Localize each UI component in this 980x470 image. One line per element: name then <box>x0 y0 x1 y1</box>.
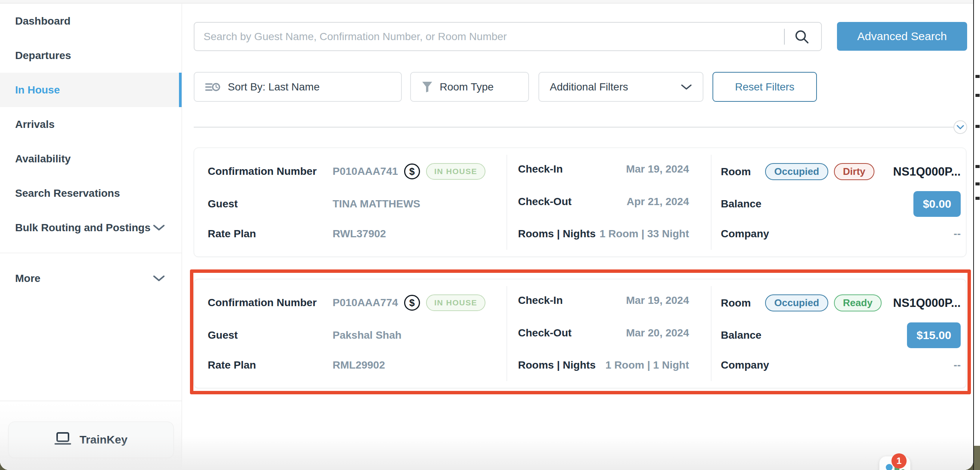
company-value: -- <box>953 228 961 240</box>
reservation-card[interactable]: Confirmation Number P010AAA741 $ IN HOUS… <box>194 148 966 257</box>
check-out-value: Apr 21, 2024 <box>627 196 689 208</box>
trainkey-button[interactable]: TrainKey <box>8 422 174 458</box>
advanced-search-button[interactable]: Advanced Search <box>837 22 967 51</box>
check-in-value: Mar 19, 2024 <box>626 295 689 306</box>
sidebar-item-label: Arrivals <box>15 118 54 131</box>
additional-filters-button[interactable]: Additional Filters <box>538 72 703 102</box>
occupied-badge: Occupied <box>765 295 828 311</box>
background-window-sliver <box>973 0 980 470</box>
room-label: Room <box>721 166 751 178</box>
sidebar-item-more[interactable]: More <box>0 261 181 296</box>
card-dates-section: Check-In Mar 19, 2024 Check-Out Mar 20, … <box>507 279 711 388</box>
sidebar-item-dashboard[interactable]: Dashboard <box>0 4 181 38</box>
search-box <box>194 22 822 51</box>
sidebar-footer: TrainKey <box>0 401 181 470</box>
reservation-card-highlighted[interactable]: Confirmation Number P010AAA774 $ IN HOUS… <box>194 279 966 388</box>
sidebar-item-departures[interactable]: Departures <box>0 38 181 73</box>
card-guest-section: Confirmation Number P010AAA741 $ IN HOUS… <box>194 148 507 257</box>
guest-value: Pakshal Shah <box>332 329 401 341</box>
additional-filters-label: Additional Filters <box>550 81 628 93</box>
search-separator <box>784 29 785 45</box>
check-out-label: Check-Out <box>518 196 572 208</box>
search-icon[interactable] <box>794 29 821 45</box>
notification-badge[interactable]: 1 <box>891 453 907 468</box>
sidebar-item-label: Bulk Routing and Postings <box>15 222 151 234</box>
sort-icon <box>205 81 221 93</box>
sidebar: Dashboard Departures In House Arrivals A… <box>0 4 182 470</box>
guest-label: Guest <box>208 329 332 341</box>
check-in-label: Check-In <box>518 163 563 175</box>
card-dates-section: Check-In Mar 19, 2024 Check-Out Apr 21, … <box>507 148 711 257</box>
sidebar-item-availability[interactable]: Availability <box>0 142 181 176</box>
balance-button[interactable]: $15.00 <box>907 322 961 348</box>
search-input[interactable] <box>194 23 784 50</box>
ready-badge: Ready <box>834 295 881 311</box>
balance-label: Balance <box>721 198 761 210</box>
sidebar-divider <box>0 253 181 253</box>
room-number-value: NS1Q000P... <box>893 165 961 178</box>
balance-button[interactable]: $0.00 <box>913 191 961 217</box>
confirmation-number-value: P010AAA774 <box>332 297 398 309</box>
dollar-icon[interactable]: $ <box>404 295 420 311</box>
window-top-strip <box>0 0 973 3</box>
reset-filters-button[interactable]: Reset Filters <box>713 72 817 102</box>
company-value: -- <box>953 359 961 371</box>
sidebar-item-label: In House <box>15 84 60 96</box>
list-divider <box>194 127 953 127</box>
chevron-down-icon <box>681 81 692 93</box>
confirmation-number-label: Confirmation Number <box>208 166 332 177</box>
sidebar-item-search-reservations[interactable]: Search Reservations <box>0 176 181 210</box>
guest-value: TINA MATTHEWS <box>332 198 420 210</box>
collapse-chevron-button[interactable] <box>953 120 967 134</box>
confirmation-number-label: Confirmation Number <box>208 297 332 309</box>
room-number-value: NS1Q000P... <box>893 296 961 310</box>
occupied-badge: Occupied <box>765 163 828 180</box>
rooms-nights-label: Rooms | Nights <box>518 359 595 371</box>
dirty-badge: Dirty <box>834 163 875 180</box>
chevron-down-icon <box>153 272 165 285</box>
sort-by-label: Sort By: Last Name <box>228 81 320 93</box>
rooms-nights-label: Rooms | Nights <box>518 228 595 240</box>
rooms-nights-value: 1 Room | 33 Night <box>599 228 689 240</box>
rate-plan-label: Rate Plan <box>208 359 332 371</box>
filter-funnel-icon <box>422 81 433 93</box>
sidebar-item-label: Availability <box>15 153 71 165</box>
rooms-nights-value: 1 Room | 1 Night <box>605 359 689 371</box>
room-label: Room <box>721 297 751 309</box>
guest-label: Guest <box>208 198 332 210</box>
room-type-button[interactable]: Room Type <box>410 72 529 102</box>
app-window: Dashboard Departures In House Arrivals A… <box>0 0 973 470</box>
card-room-section: Room Occupied Ready NS1Q000P... Balance … <box>711 279 967 388</box>
rate-plan-value: RML29902 <box>332 359 385 371</box>
sidebar-item-bulk-routing[interactable]: Bulk Routing and Postings <box>0 210 181 245</box>
check-out-label: Check-Out <box>518 327 572 339</box>
trainkey-label: TrainKey <box>80 433 127 446</box>
dollar-icon[interactable]: $ <box>404 164 420 179</box>
in-house-badge: IN HOUSE <box>426 295 486 311</box>
card-guest-section: Confirmation Number P010AAA774 $ IN HOUS… <box>194 279 507 388</box>
sidebar-item-in-house[interactable]: In House <box>0 73 181 107</box>
company-label: Company <box>721 228 769 240</box>
filter-row: Sort By: Last Name Room Type Additional … <box>194 72 817 102</box>
sort-by-button[interactable]: Sort By: Last Name <box>194 72 402 102</box>
laptop-icon <box>54 432 71 448</box>
reset-filters-label: Reset Filters <box>735 81 794 93</box>
sidebar-item-label: More <box>15 272 40 285</box>
rate-plan-value: RWL37902 <box>332 228 386 240</box>
check-out-value: Mar 20, 2024 <box>626 327 689 339</box>
balance-label: Balance <box>721 329 761 341</box>
sidebar-item-arrivals[interactable]: Arrivals <box>0 107 181 142</box>
in-house-badge: IN HOUSE <box>426 163 486 180</box>
sidebar-item-label: Departures <box>15 49 71 62</box>
rate-plan-label: Rate Plan <box>208 228 332 240</box>
chevron-down-icon <box>153 222 165 234</box>
card-room-section: Room Occupied Dirty NS1Q000P... Balance … <box>711 148 967 257</box>
room-type-label: Room Type <box>440 81 494 93</box>
sidebar-item-label: Search Reservations <box>15 187 120 199</box>
main-content: Advanced Search Sort By: Last Name Room … <box>182 4 973 470</box>
check-in-label: Check-In <box>518 295 563 306</box>
company-label: Company <box>721 359 769 371</box>
check-in-value: Mar 19, 2024 <box>626 163 689 175</box>
confirmation-number-value: P010AAA741 <box>332 166 398 177</box>
sidebar-item-label: Dashboard <box>15 15 70 27</box>
